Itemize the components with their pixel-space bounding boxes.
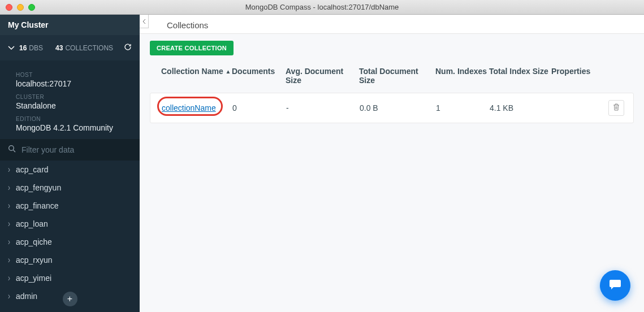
window-titlebar: MongoDB Compass - localhost:27017/dbName (0, 0, 644, 15)
edition-value: MongoDB 4.2.1 Community (16, 123, 124, 132)
col-header-name[interactable]: Collection Name ▲ (161, 67, 232, 85)
col-header-avg-size[interactable]: Avg. Document Size (286, 67, 359, 85)
sort-asc-icon: ▲ (226, 68, 231, 75)
sidebar-search (0, 139, 140, 161)
db-name: acp_card (16, 165, 49, 174)
breadcrumb-current: Collections (167, 20, 208, 30)
db-name: acp_yimei (16, 274, 51, 283)
col-header-num-indexes[interactable]: Num. Indexes (435, 67, 489, 85)
collections-table: Collection Name ▲ Documents Avg. Documen… (150, 61, 634, 123)
db-name: acp_rxyun (16, 255, 53, 265)
db-item[interactable]: ›acp_loan (0, 215, 140, 233)
db-name: acp_loan (16, 219, 48, 228)
breadcrumb: Collections (140, 15, 644, 34)
collection-name-cell: collectionName (162, 103, 232, 112)
main-panel: Collections CREATE COLLECTION Collection… (140, 15, 644, 312)
create-collection-button[interactable]: CREATE COLLECTION (150, 41, 234, 55)
sidebar-meta: HOST localhost:27017 CLUSTER Standalone … (0, 60, 140, 139)
host-label: HOST (16, 72, 124, 78)
window-title: MongoDB Compass - localhost:27017/dbName (0, 3, 644, 11)
sidebar: My Cluster 16 DBS 43 COLLECTIONS HOST lo… (0, 15, 140, 312)
num-indexes-cell: 1 (436, 103, 490, 112)
db-item[interactable]: ›acp_yimei (0, 269, 140, 287)
chevron-right-icon: › (8, 237, 10, 247)
db-item[interactable]: ›acp_finance (0, 197, 140, 215)
collapse-sidebar-button[interactable] (140, 15, 149, 28)
total-size-cell: 0.0 B (360, 103, 436, 112)
db-item[interactable]: ›acp_card (0, 161, 140, 179)
sidebar-stats[interactable]: 16 DBS 43 COLLECTIONS (0, 35, 140, 60)
col-header-index-size[interactable]: Total Index Size (489, 67, 551, 85)
database-list: ›acp_card ›acp_fengyun ›acp_finance ›acp… (0, 161, 140, 312)
filter-input[interactable] (21, 145, 132, 154)
col-header-total-size[interactable]: Total Document Size (359, 67, 435, 85)
trash-icon (613, 103, 620, 112)
cluster-label: CLUSTER (16, 94, 124, 100)
db-name: acp_finance (16, 201, 59, 210)
add-database-button[interactable]: + (63, 292, 77, 306)
index-size-cell: 4.1 KB (490, 103, 552, 112)
avg-size-cell: - (286, 103, 360, 112)
refresh-icon[interactable] (124, 43, 132, 53)
collections-count: 43 (55, 44, 63, 52)
chevron-right-icon: › (8, 164, 10, 175)
svg-line-1 (13, 150, 15, 152)
db-name: acp_fengyun (16, 183, 61, 192)
table-row: collectionName 0 - 0.0 B 1 4.1 KB (150, 93, 634, 123)
db-count: 16 (19, 44, 27, 52)
chevron-right-icon: › (8, 201, 10, 211)
collection-link[interactable]: collectionName (162, 103, 216, 112)
chevron-right-icon: › (8, 273, 10, 283)
edition-label: EDITION (16, 116, 124, 122)
col-header-properties[interactable]: Properties (551, 67, 602, 85)
search-icon (8, 145, 16, 155)
collections-count-label: COLLECTIONS (65, 44, 113, 52)
db-item[interactable]: ›acp_qiche (0, 233, 140, 251)
chevron-right-icon: › (8, 291, 10, 301)
db-item[interactable]: ›acp_rxyun (0, 251, 140, 269)
cluster-value: Standalone (16, 101, 124, 110)
documents-cell: 0 (232, 103, 286, 112)
host-value: localhost:27017 (16, 79, 124, 88)
db-count-label: DBS (29, 44, 43, 52)
col-header-documents[interactable]: Documents (232, 67, 286, 85)
chevron-right-icon: › (8, 255, 10, 265)
chevron-down-icon (8, 44, 15, 52)
table-header: Collection Name ▲ Documents Avg. Documen… (150, 61, 634, 93)
db-name: acp_qiche (16, 237, 52, 246)
chevron-right-icon: › (8, 219, 10, 229)
cluster-name[interactable]: My Cluster (0, 15, 140, 35)
chat-icon (608, 277, 623, 294)
db-item[interactable]: ›acp_fengyun (0, 179, 140, 197)
delete-collection-button[interactable] (608, 100, 624, 116)
db-name: admin (16, 292, 37, 301)
chat-support-button[interactable] (600, 270, 630, 301)
svg-point-0 (9, 146, 14, 151)
chevron-right-icon: › (8, 183, 10, 193)
